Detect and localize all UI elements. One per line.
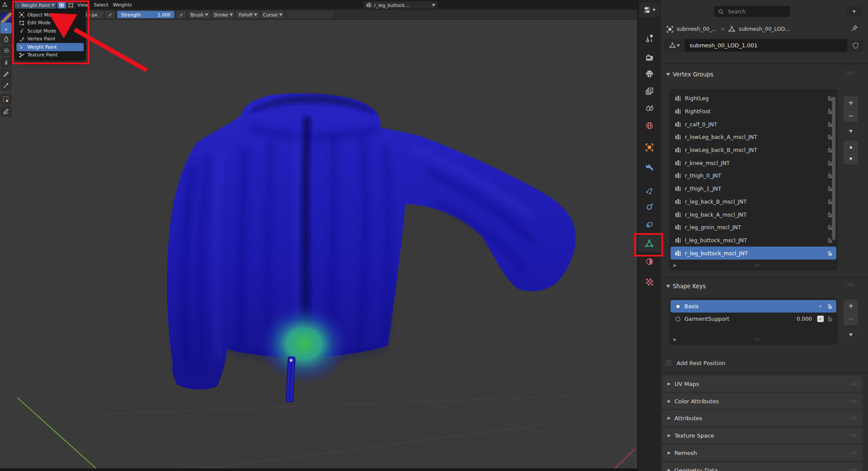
vertex-group-row-selected[interactable]: r_leg_buttock_mscl_JNT [671, 247, 836, 260]
shape-key-checkbox[interactable]: ✓ [817, 316, 824, 322]
vertex-group-row[interactable]: l_leg_buttock_mscl_JNT [671, 234, 836, 247]
editor-type-button[interactable] [1, 1, 8, 10]
vertex-group-row[interactable]: r_thigh_0_JNT [671, 169, 836, 182]
mode-dropdown[interactable]: Weight Paint ▼ [15, 1, 56, 9]
brush-preview-thumbnail[interactable] [0, 13, 12, 23]
unlock-icon[interactable] [827, 250, 833, 256]
panel-geometry-data[interactable]: ▼ Geometry Data ∷∷∷ [662, 462, 863, 471]
mode-menu-item-vertex-paint[interactable]: Vertex Paint [16, 35, 84, 43]
menu-select[interactable]: Select [90, 0, 112, 10]
shape-key-specials-button[interactable]: ▼ [844, 328, 858, 341]
scene-canvas[interactable] [0, 0, 637, 471]
grip-handle[interactable]: ∷∷∷ [850, 381, 858, 387]
mode-menu-item-sculpt[interactable]: Sculpt Mode [16, 27, 84, 35]
panel-color-attributes[interactable]: ▼ Color Attributes ∷∷∷ [662, 393, 863, 409]
breadcrumb-object[interactable]: submesh_00_... [677, 26, 717, 32]
vertex-group-row[interactable]: r_calf_0_JNT [671, 118, 836, 131]
tab-constraints[interactable] [639, 216, 660, 233]
radius-pressure-button[interactable] [105, 11, 115, 18]
vertex-group-remove-button[interactable]: − [844, 109, 858, 122]
shape-key-remove-button[interactable]: − [844, 313, 858, 325]
vertex-group-move-up-button[interactable]: ▲ [844, 141, 858, 152]
cursor-dropdown[interactable]: Cursor▼ [261, 11, 284, 18]
tool-select-box-button[interactable] [0, 94, 12, 105]
vertex-group-row[interactable]: r_thigh_1_JNT [671, 182, 836, 195]
tool-smear-button[interactable] [0, 57, 12, 68]
falloff-dropdown[interactable]: Falloff▼ [236, 11, 260, 18]
vertex-groups-header[interactable]: ▼ Vertex Groups [667, 71, 713, 78]
tool-draw-button[interactable] [0, 23, 12, 33]
panel-options-button[interactable]: ▼ [845, 7, 863, 17]
editor-type-properties-button[interactable]: ▼ [640, 3, 660, 17]
tab-object-data[interactable] [639, 235, 660, 252]
panel-attributes[interactable]: ▼ Attributes ∷∷∷ [662, 410, 863, 426]
mode-menu-item-weight-paint[interactable]: Weight Paint [16, 43, 84, 51]
viewport-3d[interactable]: View Select Weights r_leg_buttock... ▼ 1… [0, 0, 637, 471]
menu-weights[interactable]: Weights [109, 0, 135, 10]
grip-handle[interactable]: ∷∷∷ [850, 399, 858, 404]
tab-texture[interactable] [639, 273, 660, 290]
grip-handle[interactable]: ∷∷∷ [850, 468, 858, 471]
shape-key-row[interactable]: GarmentSupport 0.000 ✓ [671, 313, 836, 325]
tab-material[interactable] [639, 253, 660, 270]
grip-handle[interactable]: ∷∷∷ [850, 433, 858, 438]
tool-blur-button[interactable] [0, 34, 12, 45]
vertex-group-add-button[interactable]: + [844, 96, 858, 109]
stroke-dropdown[interactable]: Stroke▼ [212, 11, 234, 18]
tab-object[interactable] [639, 139, 660, 155]
expand-filters-arrow[interactable]: ▶ [674, 263, 677, 267]
mode-menu-item-texture-paint[interactable]: Texture Paint [16, 51, 84, 59]
vertex-group-row[interactable]: RightLeg [671, 92, 836, 105]
fake-user-button[interactable] [847, 39, 864, 52]
expand-filters-ar row[interactable]: ▶ [674, 337, 677, 342]
paint-mask-toggle[interactable] [57, 1, 66, 9]
unlock-icon[interactable] [827, 316, 833, 322]
vertex-mask-toggle[interactable] [66, 1, 75, 9]
add-rest-position-checkbox[interactable] [665, 359, 672, 367]
grip-handle[interactable]: ∷∷∷ [850, 450, 858, 456]
tab-physics[interactable] [639, 198, 660, 215]
tool-annotate-button[interactable] [0, 106, 12, 117]
shape-key-add-button[interactable]: + [844, 300, 858, 312]
search-input[interactable] [727, 8, 781, 15]
menu-view[interactable]: View [74, 0, 92, 10]
mode-menu-item-object[interactable]: Object Mode [16, 11, 84, 19]
grip-handle[interactable]: ∷∷∷ [846, 282, 854, 288]
tab-output[interactable] [639, 66, 660, 82]
vertex-group-row[interactable]: r_leg_back_A_mscl_JNT [671, 208, 836, 221]
tab-scene[interactable] [639, 100, 660, 116]
tab-render[interactable] [639, 49, 660, 66]
shape-key-row-selected[interactable]: Basis ✓ [671, 300, 836, 313]
shape-key-checkbox[interactable]: ✓ [817, 303, 824, 310]
pin-button[interactable] [851, 25, 858, 33]
vertex-group-row[interactable]: r_leg_groin_mscl_JNT [671, 221, 836, 234]
panel-remesh[interactable]: ▼ Remesh ∷∷∷ [662, 445, 863, 461]
tool-average-button[interactable] [0, 45, 12, 56]
list-scrollbar[interactable] [832, 97, 835, 240]
tab-world[interactable] [639, 117, 660, 134]
shape-key-value[interactable]: 0.000 [797, 316, 812, 322]
panel-uv-maps[interactable]: ▼ UV Maps ∷∷∷ [662, 376, 863, 392]
mesh-name-field[interactable]: submesh_00_LOD_1.001 [685, 39, 847, 52]
strength-pressure-button[interactable] [176, 11, 186, 18]
mode-menu-item-edit[interactable]: Edit Mode [16, 19, 84, 27]
grip-handle[interactable]: ∷∷ [754, 337, 760, 343]
vertex-group-row[interactable]: r_leg_back_B_mscl_JNT [671, 195, 836, 208]
breadcrumb-mesh[interactable]: submesh_00_LOD... [739, 26, 790, 32]
search-box[interactable] [714, 6, 790, 17]
grip-handle[interactable]: ∷∷∷ [850, 415, 858, 421]
grip-handle[interactable]: ∷∷ [754, 263, 760, 268]
vertex-group-row[interactable]: r_knee_mscl_JNT [671, 156, 836, 169]
panel-texture-space[interactable]: ▼ Texture Space ∷∷∷ [662, 428, 863, 443]
shape-keys-header[interactable]: ▼ Shape Keys [667, 283, 706, 290]
vertex-group-specials-button[interactable]: ▼ [844, 125, 858, 138]
active-group-selector[interactable]: r_leg_buttock... ▼ [364, 1, 437, 9]
unlock-icon[interactable] [827, 303, 833, 309]
vertex-group-row[interactable]: RightFoot [671, 105, 836, 118]
vertex-group-row[interactable]: r_lowLeg_back_B_mscl_JNT [671, 144, 836, 157]
tab-particles[interactable] [639, 182, 660, 199]
tab-tool[interactable] [639, 30, 660, 47]
tool-sample-weight-button[interactable] [0, 80, 12, 91]
vertex-group-row[interactable]: r_lowLeg_back_A_mscl_JNT [671, 131, 836, 144]
tool-gradient-button[interactable] [0, 69, 12, 79]
